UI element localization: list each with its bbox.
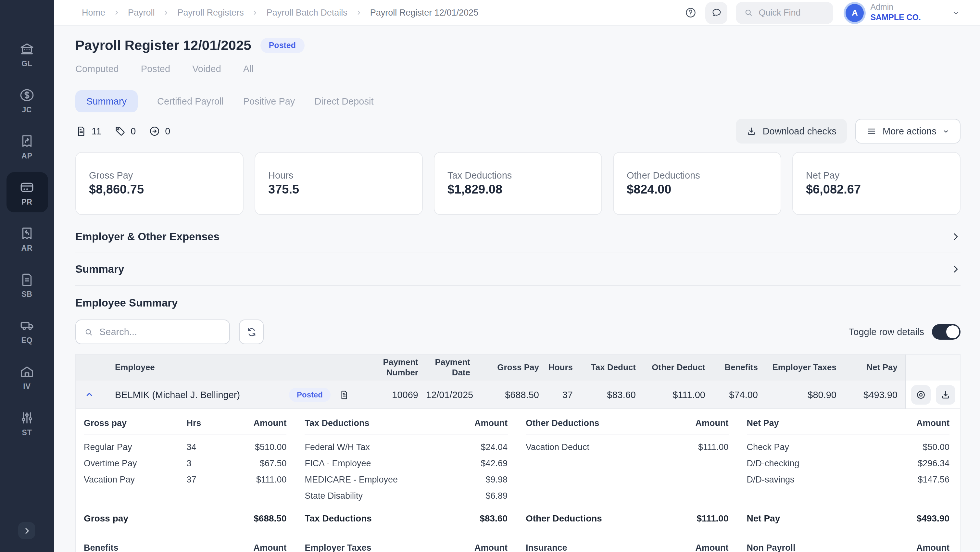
cell-payment-number: 10069	[361, 389, 426, 400]
detail-row: D/D-checking$296.34	[747, 455, 950, 471]
sidebar-item-pr[interactable]: PR	[6, 172, 48, 212]
quick-find-input[interactable]	[759, 8, 826, 17]
app-window: GL JC AP PR AR SB	[0, 0, 980, 552]
more-actions-button[interactable]: More actions	[855, 119, 961, 143]
breadcrumb-payroll-registers[interactable]: Payroll Registers	[178, 8, 244, 17]
cell-hours: 37	[547, 389, 581, 400]
row-actions	[905, 380, 960, 409]
detail-total: Other Deductions $111.00	[526, 511, 729, 527]
sidebar-item-ar[interactable]: AR	[6, 218, 48, 258]
cell-benefits: $74.00	[713, 389, 766, 400]
section-summary[interactable]: Summary	[75, 253, 961, 286]
tab-posted[interactable]: Posted	[141, 64, 170, 74]
detail-title: Benefits	[84, 543, 224, 552]
stat-card-tax-deductions: Tax Deductions $1,829.08	[434, 152, 602, 215]
sidebar-item-label: AR	[21, 244, 33, 251]
tab-voided[interactable]: Voided	[192, 64, 221, 74]
detail-cell: 34	[187, 442, 224, 452]
sidebar-item-label: JC	[22, 105, 32, 113]
detail-title: Net Pay	[747, 418, 888, 428]
detail-cell: Regular Pay	[84, 442, 187, 452]
breadcrumb-separator-icon	[163, 10, 169, 16]
counts: 11 0 0	[75, 125, 170, 137]
chat-button[interactable]	[705, 2, 727, 24]
sidebar-item-st[interactable]: ST	[6, 402, 48, 443]
search-icon	[744, 8, 753, 17]
refresh-button[interactable]	[239, 320, 264, 344]
sidebar-item-label: EQ	[21, 336, 33, 344]
breadcrumb: Home Payroll Payroll Registers Payroll B…	[82, 8, 478, 17]
view-tabs: Summary Certified Payroll Positive Pay D…	[75, 90, 961, 112]
breadcrumb-home[interactable]: Home	[82, 8, 105, 17]
detail-col-amount: Amount	[224, 418, 287, 428]
download-checks-button[interactable]: Download checks	[736, 119, 847, 143]
breadcrumb-payroll[interactable]: Payroll	[128, 8, 155, 17]
breadcrumb-separator-icon	[252, 10, 258, 16]
check-document-icon[interactable]	[339, 389, 349, 400]
sidebar-item-label: ST	[22, 428, 32, 436]
user-menu[interactable]: A Admin SAMPLE CO.	[846, 3, 921, 23]
meta-row: 11 0 0 Download checks	[75, 119, 961, 143]
view-icon	[915, 389, 926, 400]
detail-grid-secondary: Benefits Amount Health/Welfare$74.00 Emp…	[84, 543, 950, 552]
sidebar-item-jc[interactable]: JC	[6, 80, 48, 120]
detail-col-amount: Amount	[445, 418, 508, 428]
stat-value: $8,860.75	[89, 183, 230, 197]
detail-title: Other Deductions	[526, 418, 666, 428]
detail-cell: D/D-savings	[747, 475, 888, 484]
detail-cell: $111.00	[224, 475, 287, 484]
sidebar-item-gl[interactable]: GL	[6, 34, 48, 74]
page-actions: Download checks More actions	[736, 119, 961, 143]
tab-direct-deposit[interactable]: Direct Deposit	[314, 90, 374, 112]
refresh-icon	[246, 326, 257, 337]
tab-certified-payroll[interactable]: Certified Payroll	[157, 90, 224, 112]
col-benefits: Benefits	[713, 363, 766, 373]
tab-computed[interactable]: Computed	[75, 64, 119, 74]
download-checks-label: Download checks	[763, 126, 837, 136]
col-employer-taxes: Employer Taxes	[766, 363, 844, 373]
detail-table-employer-taxes: Employer Taxes Amount FICA - Employer$42…	[305, 543, 508, 552]
breadcrumb-separator-icon	[114, 10, 119, 16]
row-collapse-button[interactable]	[76, 390, 102, 399]
sidebar-item-sb[interactable]: SB	[6, 264, 48, 305]
warehouse-icon	[19, 363, 35, 380]
breadcrumb-batch-details[interactable]: Payroll Batch Details	[267, 8, 347, 17]
detail-cell: $42.69	[445, 458, 508, 468]
detail-title: Gross pay	[84, 418, 187, 428]
section-employer-expenses[interactable]: Employer & Other Expenses	[75, 221, 961, 253]
download-row-button[interactable]	[935, 385, 955, 404]
tags-count-value: 0	[130, 126, 136, 136]
stat-card-hours: Hours 375.5	[255, 152, 423, 215]
bookmark-return-icon	[19, 225, 35, 241]
col-hours: Hours	[547, 363, 581, 373]
help-button[interactable]	[684, 6, 697, 19]
col-gross-pay: Gross Pay	[478, 363, 547, 373]
toggle-row-details: Toggle row details	[849, 324, 961, 340]
tab-all[interactable]: All	[243, 64, 254, 74]
detail-table-net-pay: Net Pay Amount Check Pay$50.00D/D-checki…	[747, 418, 950, 527]
sidebar: GL JC AP PR AR SB	[0, 0, 54, 552]
detail-title: Tax Deductions	[305, 418, 445, 428]
stat-label: Other Deductions	[627, 170, 768, 181]
menu-icon	[866, 126, 877, 136]
sidebar-item-label: PR	[21, 198, 32, 205]
view-details-button[interactable]	[911, 385, 930, 404]
sidebar-item-iv[interactable]: IV	[6, 356, 48, 397]
tab-summary[interactable]: Summary	[75, 90, 138, 112]
user-menu-caret[interactable]	[951, 8, 961, 17]
detail-total: Tax Deductions $83.60	[305, 511, 508, 527]
tab-positive-pay[interactable]: Positive Pay	[243, 90, 295, 112]
cell-employer-taxes: $80.90	[766, 389, 844, 400]
sidebar-item-ap[interactable]: AP	[6, 126, 48, 166]
sent-count-value: 0	[165, 126, 170, 136]
sidebar-expand-button[interactable]	[18, 522, 35, 539]
detail-cell: FICA - Employee	[305, 458, 445, 468]
detail-cell: State Disability	[305, 491, 445, 501]
search-input[interactable]	[99, 327, 221, 337]
detail-cell: $510.00	[224, 442, 287, 452]
sidebar-item-eq[interactable]: EQ	[6, 310, 48, 351]
detail-row: D/D-savings$147.56	[747, 471, 950, 488]
help-icon	[684, 6, 697, 19]
toggle-row-details-switch[interactable]	[932, 324, 961, 340]
bank-icon	[19, 41, 35, 57]
